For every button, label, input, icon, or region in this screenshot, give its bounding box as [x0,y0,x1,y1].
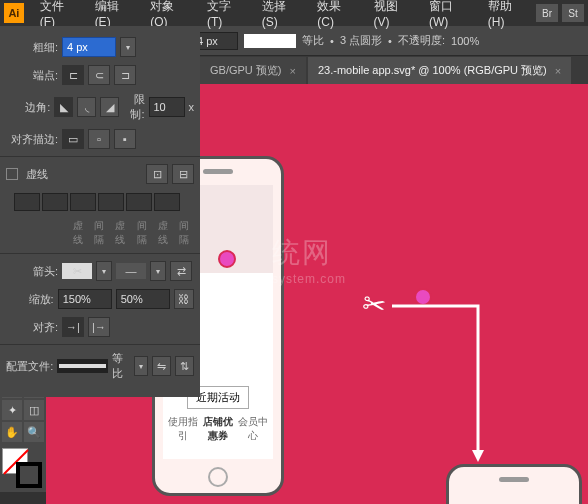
corner-label: 边角: [6,100,50,115]
profile-label: 配置文件: [6,359,53,374]
menu-bar: Ai 文件(F) 编辑(E) 对象(O) 文字(T) 选择(S) 效果(C) 视… [0,0,588,26]
align-outside-icon[interactable]: ▪ [114,129,136,149]
scale-label: 缩放: [6,292,54,307]
link-scale-icon[interactable]: ⛓ [174,289,194,309]
dashed-label: 虚线 [26,167,48,182]
flip-y-icon[interactable]: ⇅ [175,356,194,376]
cap-projecting-icon[interactable]: ⊐ [114,65,136,85]
menu-edit[interactable]: 编辑(E) [87,0,143,29]
hand-icon[interactable]: ✋ [2,422,22,442]
cap-round-icon[interactable]: ⊂ [88,65,110,85]
dash-head: 虚线 [153,219,172,247]
phone-sub-btn: 使用指引 [167,415,198,443]
menu-window[interactable]: 窗口(W) [421,0,480,29]
cap-butt-icon[interactable]: ⊏ [62,65,84,85]
stock-icon[interactable]: St [562,4,584,22]
dash-align1-icon[interactable]: ⊡ [146,164,168,184]
stroke-box[interactable] [16,462,42,488]
phone-speaker [203,169,233,174]
profile-value: 等比 [112,351,131,381]
dash-head: 间隔 [132,219,151,247]
brush-label[interactable]: 3 点圆形 [340,33,382,48]
gap-input[interactable] [42,193,68,211]
close-icon[interactable]: × [290,65,296,77]
scale-end-input[interactable] [116,289,170,309]
weight-input[interactable] [62,37,116,57]
anchor-point[interactable] [218,250,236,268]
dash-head: 虚线 [68,219,87,247]
limit-x: x [189,101,195,113]
dash-input[interactable] [14,193,40,211]
menu-help[interactable]: 帮助(H) [480,0,536,29]
scissors-arrowhead[interactable]: ✂ [359,286,387,322]
align2-label: 对齐: [6,320,58,335]
menu-object[interactable]: 对象(O) [142,0,199,29]
limit-input[interactable] [149,97,185,117]
menu-file[interactable]: 文件(F) [32,0,87,29]
bridge-icon[interactable]: Br [536,4,558,22]
weight-dropdown[interactable]: ▾ [120,37,136,57]
menu-view[interactable]: 视图(V) [366,0,422,29]
fill-stroke-swatch[interactable] [2,448,42,488]
dash-input[interactable] [70,193,96,211]
align-inside-icon[interactable]: ▫ [88,129,110,149]
stroke-panel: 粗细: ▾ 端点: ⊏ ⊂ ⊐ 边角: ◣ ◟ ◢ 限制: x 对齐描边: ▭ … [0,26,200,397]
arrow-start-preview[interactable]: ✂ [62,263,92,279]
weight-label: 粗细: [6,40,58,55]
opacity-value[interactable]: 100% [451,35,479,47]
slice-icon[interactable]: ◫ [24,400,44,420]
dash-align2-icon[interactable]: ⊟ [172,164,194,184]
menu-type[interactable]: 文字(T) [199,0,254,29]
flip-x-icon[interactable]: ⇋ [152,356,171,376]
align-center-icon[interactable]: ▭ [62,129,84,149]
anchor-point[interactable] [414,288,432,306]
tab-label: GB/GPU 预览) [210,63,282,78]
phone-sub-btn: 会员中心 [238,415,269,443]
tab-doc1[interactable]: GB/GPU 预览) × [200,57,306,84]
arrow-label: 箭头: [6,264,58,279]
phone-sub-btn: 店铺优惠券 [198,415,237,443]
tab-label: 23.-mobile app.svg* @ 100% (RGB/GPU 预览) [318,63,547,78]
tab-doc2[interactable]: 23.-mobile app.svg* @ 100% (RGB/GPU 预览) … [308,57,571,84]
stroke-preview[interactable] [244,34,296,48]
opacity-label: 不透明度: [398,33,445,48]
align-stroke-label: 对齐描边: [6,132,58,147]
phone-mockup-2[interactable] [446,464,582,504]
scale-start-input[interactable] [58,289,112,309]
path-line[interactable] [392,306,492,474]
corner-bevel-icon[interactable]: ◢ [100,97,119,117]
corner-round-icon[interactable]: ◟ [77,97,96,117]
dash-head: 虚线 [111,219,130,247]
zoom-icon[interactable]: 🔍 [24,422,44,442]
swap-arrows-icon[interactable]: ⇄ [170,261,192,281]
gap-input[interactable] [98,193,124,211]
dash-head: 间隔 [89,219,108,247]
arrow-start-dropdown[interactable]: ▾ [96,261,112,281]
uniform-label[interactable]: 等比 [302,33,324,48]
arrow-end-dropdown[interactable]: ▾ [150,261,166,281]
profile-preview[interactable] [57,359,108,373]
cap-label: 端点: [6,68,58,83]
dashed-checkbox[interactable] [6,168,18,180]
symbol-icon[interactable]: ✦ [2,400,22,420]
menu-select[interactable]: 选择(S) [254,0,310,29]
corner-miter-icon[interactable]: ◣ [54,97,73,117]
arrow-align2-icon[interactable]: |→ [88,317,110,337]
stroke-weight-input[interactable] [194,32,238,50]
home-button-shape [208,467,228,487]
dash-input[interactable] [126,193,152,211]
menu-effect[interactable]: 效果(C) [309,0,365,29]
profile-dropdown[interactable]: ▾ [134,356,148,376]
limit-label: 限制: [123,92,144,122]
close-icon[interactable]: × [555,65,561,77]
phone-speaker [499,477,529,482]
arrow-align1-icon[interactable]: →| [62,317,84,337]
app-logo: Ai [4,3,24,23]
gap-input[interactable] [154,193,180,211]
arrow-end-preview[interactable]: — [116,263,146,279]
dash-head: 间隔 [175,219,194,247]
